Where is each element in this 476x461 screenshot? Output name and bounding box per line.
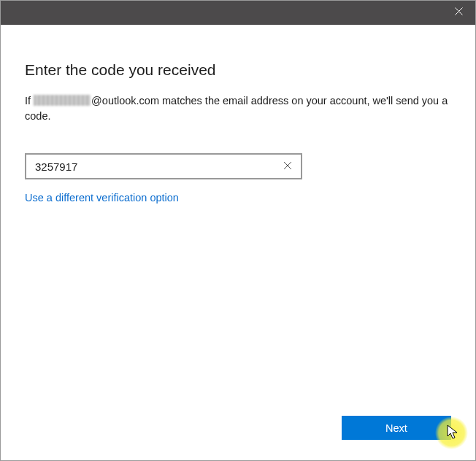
code-input-wrapper[interactable] [25, 153, 302, 179]
redacted-email-user [34, 95, 91, 106]
x-icon [283, 160, 292, 173]
next-button[interactable]: Next [342, 416, 451, 440]
instruction-text: If @outlook.com matches the email addres… [25, 93, 451, 124]
title-bar [1, 1, 475, 25]
dialog-content: Enter the code you received If @outlook.… [1, 25, 475, 460]
instruction-prefix: If [25, 95, 34, 106]
page-title: Enter the code you received [25, 61, 451, 79]
verification-code-input[interactable] [34, 160, 280, 174]
clear-input-button[interactable] [280, 159, 295, 174]
dialog-window: Enter the code you received If @outlook.… [0, 0, 476, 461]
different-verification-link[interactable]: Use a different verification option [25, 192, 179, 204]
dialog-footer: Next [342, 416, 451, 440]
close-icon [455, 5, 463, 18]
close-button[interactable] [442, 1, 475, 23]
